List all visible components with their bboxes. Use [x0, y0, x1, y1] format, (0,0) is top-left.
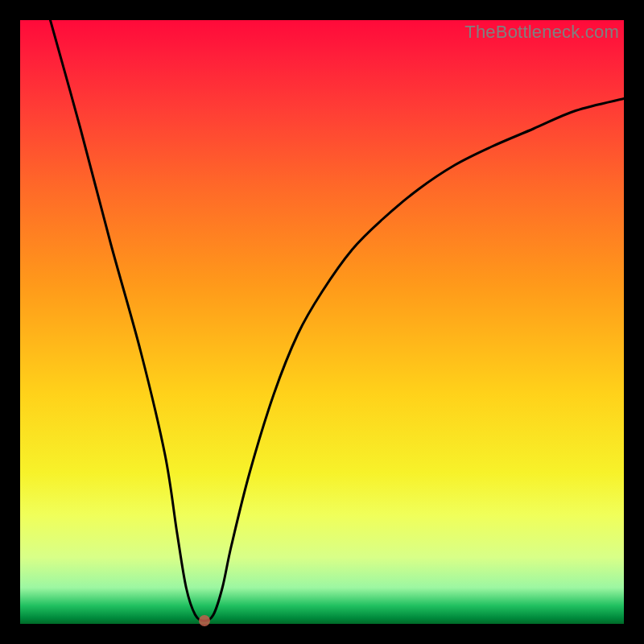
curve-svg [20, 20, 624, 624]
optimal-point-marker [199, 615, 210, 626]
bottleneck-curve [51, 20, 625, 621]
plot-area: TheBottleneck.com [20, 20, 624, 624]
chart-frame: TheBottleneck.com [0, 0, 644, 644]
